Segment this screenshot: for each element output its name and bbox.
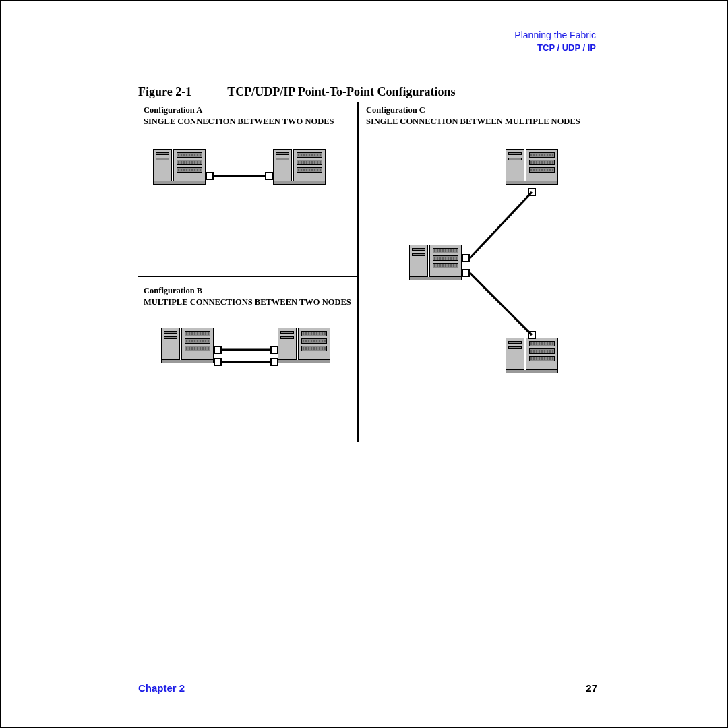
port-icon (270, 346, 278, 354)
config-b-desc: MULTIPLE CONNECTIONS BETWEEN TWO NODES (144, 297, 351, 308)
figure-diagram: Configuration A SINGLE CONNECTION BETWEE… (138, 102, 590, 452)
figure-caption: TCP/UDP/IP Point-To-Point Configurations (227, 85, 455, 98)
page-footer: Chapter 2 27 (138, 682, 597, 694)
port-icon (214, 346, 222, 354)
computer-rack-icon (429, 245, 462, 277)
footer-page-number: 27 (586, 682, 597, 694)
vertical-divider (357, 102, 359, 442)
computer-rack-icon (293, 149, 326, 181)
port-icon (462, 269, 470, 277)
config-b-label: Configuration B MULTIPLE CONNECTIONS BET… (144, 285, 351, 308)
computer-rack-icon (181, 328, 214, 360)
port-icon (265, 172, 273, 180)
port-icon (270, 358, 278, 366)
config-c-label: Configuration C SINGLE CONNECTION BETWEE… (366, 104, 580, 127)
computer-tower-icon (273, 149, 292, 181)
computer-tower-icon (161, 328, 180, 360)
port-icon (214, 358, 222, 366)
config-c-desc: SINGLE CONNECTION BETWEEN MULTIPLE NODES (366, 116, 580, 127)
config-b-node-right (278, 328, 330, 363)
config-a-node-left (153, 149, 206, 185)
computer-rack-icon (173, 149, 206, 181)
port-icon (462, 254, 470, 262)
config-a-name: Configuration A (144, 104, 334, 116)
config-c-name: Configuration C (366, 104, 580, 116)
port-icon (528, 331, 536, 339)
header-section: Planning the Fabric (514, 29, 596, 42)
computer-tower-icon (409, 245, 428, 277)
computer-tower-icon (153, 149, 172, 181)
computer-rack-icon (526, 338, 558, 370)
config-a-node-right (273, 149, 326, 185)
config-c-node-top (506, 149, 558, 185)
computer-rack-icon (298, 328, 330, 360)
page-header: Planning the Fabric TCP / UDP / IP (514, 29, 596, 53)
config-b-name: Configuration B (144, 285, 351, 297)
figure-number: Figure 2-1 (138, 85, 224, 99)
config-b-node-left (161, 328, 214, 363)
computer-tower-icon (506, 149, 524, 181)
computer-rack-icon (526, 149, 558, 181)
header-topic: TCP / UDP / IP (514, 42, 596, 54)
horizontal-divider (138, 276, 358, 277)
page: Planning the Fabric TCP / UDP / IP Figur… (0, 0, 728, 728)
config-c-node-hub (409, 245, 462, 280)
computer-tower-icon (278, 328, 297, 360)
config-a-desc: SINGLE CONNECTION BETWEEN TWO NODES (144, 116, 334, 127)
port-icon (528, 188, 536, 196)
port-icon (206, 172, 214, 180)
config-c-node-bottom (506, 338, 558, 373)
config-a-label: Configuration A SINGLE CONNECTION BETWEE… (144, 104, 334, 127)
computer-tower-icon (506, 338, 524, 370)
figure-title: Figure 2-1 TCP/UDP/IP Point-To-Point Con… (138, 85, 456, 99)
footer-chapter: Chapter 2 (138, 682, 185, 694)
